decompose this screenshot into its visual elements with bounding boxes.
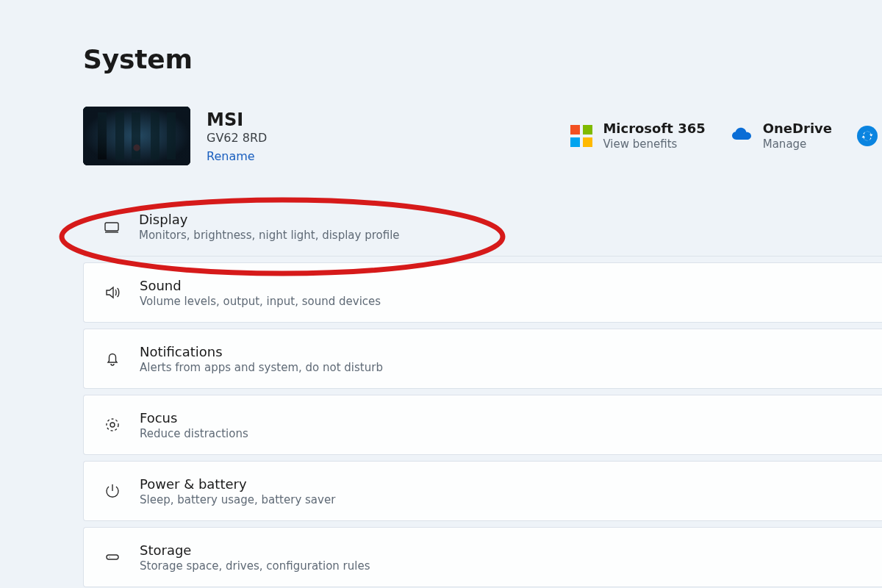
sync-icon[interactable] bbox=[857, 126, 878, 146]
setting-desc: Reduce distractions bbox=[140, 427, 248, 440]
setting-desc: Monitors, brightness, night light, displ… bbox=[139, 229, 400, 242]
setting-storage[interactable]: Storage Storage space, drives, configura… bbox=[83, 527, 882, 587]
page-title: System bbox=[83, 44, 882, 74]
svg-rect-3 bbox=[107, 555, 118, 559]
service-action: Manage bbox=[763, 137, 832, 151]
power-icon bbox=[103, 481, 122, 501]
setting-desc: Volume levels, output, input, sound devi… bbox=[140, 295, 381, 308]
setting-display[interactable]: Display Monitors, brightness, night ligh… bbox=[83, 198, 882, 257]
svg-point-4 bbox=[109, 556, 110, 557]
storage-icon bbox=[103, 548, 122, 567]
services-row: Microsoft 365 View benefits OneDrive Man… bbox=[570, 121, 882, 151]
service-onedrive[interactable]: OneDrive Manage bbox=[731, 121, 832, 151]
setting-title: Focus bbox=[140, 410, 248, 426]
device-model: GV62 8RD bbox=[207, 131, 267, 145]
focus-icon bbox=[103, 415, 122, 434]
setting-focus[interactable]: Focus Reduce distractions bbox=[83, 395, 882, 455]
svg-rect-0 bbox=[105, 223, 118, 231]
setting-desc: Sleep, battery usage, battery saver bbox=[140, 493, 335, 506]
device-info: MSI GV62 8RD Rename bbox=[207, 110, 267, 163]
setting-title: Display bbox=[139, 212, 400, 227]
service-title: OneDrive bbox=[763, 121, 832, 136]
settings-list: Display Monitors, brightness, night ligh… bbox=[83, 198, 882, 587]
setting-title: Notifications bbox=[140, 344, 383, 359]
setting-title: Storage bbox=[140, 542, 370, 558]
setting-desc: Alerts from apps and system, do not dist… bbox=[140, 361, 383, 374]
bell-icon bbox=[103, 349, 122, 368]
cloud-icon bbox=[731, 126, 753, 146]
setting-notifications[interactable]: Notifications Alerts from apps and syste… bbox=[83, 329, 882, 389]
service-title: Microsoft 365 bbox=[603, 121, 705, 136]
device-name: MSI bbox=[207, 110, 267, 130]
rename-link[interactable]: Rename bbox=[207, 149, 255, 163]
sound-icon bbox=[103, 283, 122, 302]
setting-sound[interactable]: Sound Volume levels, output, input, soun… bbox=[83, 262, 882, 323]
service-microsoft-365[interactable]: Microsoft 365 View benefits bbox=[570, 121, 705, 151]
svg-point-2 bbox=[110, 423, 115, 427]
microsoft-logo-icon bbox=[570, 125, 592, 147]
setting-title: Power & battery bbox=[140, 476, 335, 492]
display-icon bbox=[102, 218, 121, 237]
setting-power[interactable]: Power & battery Sleep, battery usage, ba… bbox=[83, 461, 882, 521]
service-action: View benefits bbox=[603, 137, 705, 151]
setting-desc: Storage space, drives, configuration rul… bbox=[140, 559, 370, 573]
svg-point-1 bbox=[107, 419, 118, 431]
device-wallpaper-thumbnail[interactable] bbox=[83, 107, 190, 165]
setting-title: Sound bbox=[140, 278, 381, 293]
